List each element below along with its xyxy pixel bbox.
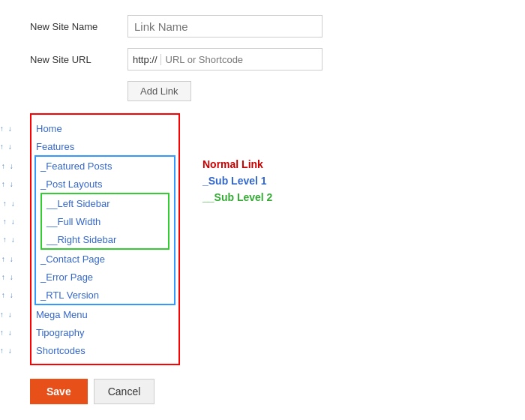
add-link-button[interactable]: Add Link [128,81,191,101]
up-arrow-icon[interactable]: ↑ [0,328,5,338]
legend-normal-link: Normal Link [202,158,272,170]
table-row: Edit Delete ↑ ↓ _Error Page [36,268,174,286]
down-arrow-icon[interactable]: ↓ [10,199,16,208]
menu-list-container: Edit Delete ↑ ↓ Home Edit Delete ↑ ↓ Fea… [30,113,180,365]
down-arrow-icon[interactable]: ↓ [8,254,15,264]
site-name-input[interactable] [128,15,322,38]
site-name-row: New Site Name [30,15,495,38]
table-row: Edit Delete ↑ ↓ Mega Menu [32,305,178,323]
menu-item-error-page[interactable]: _Error Page [36,270,98,284]
up-arrow-icon[interactable]: ↑ [0,142,5,152]
url-prefix: http:// [128,54,161,65]
sub-level-2-box: Edit Delete ↑ ↓ __Left Sidebar Edit Dele… [40,193,170,250]
table-row: Edit Delete ↑ ↓ Shortcodes [32,341,178,359]
cancel-button[interactable]: Cancel [94,379,155,404]
down-arrow-icon[interactable]: ↓ [8,290,15,300]
site-url-label: New Site URL [30,54,128,65]
site-url-row: New Site URL http:// [30,48,495,70]
up-arrow-icon[interactable]: ↑ [2,217,8,226]
down-arrow-icon[interactable]: ↓ [10,235,16,244]
row-actions: Edit Delete ↑ ↓ [0,271,15,283]
menu-item-right-sidebar[interactable]: __Right Sidebar [42,232,121,247]
row-actions: Edit Delete ↑ ↓ [0,233,16,245]
row-actions: Edit Delete ↑ ↓ [0,178,15,190]
menu-item-post-layouts[interactable]: _Post Layouts [36,177,106,191]
up-arrow-icon[interactable]: ↑ [0,346,5,356]
menu-outer-box: Edit Delete ↑ ↓ Home Edit Delete ↑ ↓ Fea… [30,113,180,365]
menu-item-mega-menu[interactable]: Mega Menu [32,308,92,322]
table-row: Edit Delete ↑ ↓ __Left Sidebar [42,194,168,212]
down-arrow-icon[interactable]: ↓ [8,272,15,282]
legend-sub2: __Sub Level 2 [202,191,272,203]
table-row: Edit Delete ↑ ↓ Home [32,119,178,137]
menu-item-shortcodes[interactable]: Shortcodes [32,344,90,358]
down-arrow-icon[interactable]: ↓ [10,217,16,226]
url-input[interactable] [161,54,322,65]
up-arrow-icon[interactable]: ↑ [0,290,7,300]
row-actions: Edit Delete ↑ ↓ [0,289,15,301]
bottom-buttons: Save Cancel [30,379,495,404]
up-arrow-icon[interactable]: ↑ [2,199,8,208]
table-row: Edit Delete ↑ ↓ _RTL Version [36,286,174,304]
up-arrow-icon[interactable]: ↑ [0,161,7,171]
down-arrow-icon[interactable]: ↓ [8,161,15,171]
table-row: Edit Delete ↑ ↓ _Featured Posts [36,157,174,175]
url-wrapper: http:// [128,48,322,70]
save-button[interactable]: Save [30,379,88,404]
sub-level-1-box: Edit Delete ↑ ↓ _Featured Posts Edit Del… [34,155,176,305]
down-arrow-icon[interactable]: ↓ [7,142,14,152]
menu-item-features[interactable]: Features [32,140,79,154]
menu-item-featured-posts[interactable]: _Featured Posts [36,159,116,173]
menu-item-full-width[interactable]: __Full Width [42,214,105,229]
up-arrow-icon[interactable]: ↑ [0,310,5,320]
table-row: Edit Delete ↑ ↓ _Contact Page [36,250,174,268]
row-actions: Edit Delete ↑ ↓ [0,344,14,356]
table-row: Edit Delete ↑ ↓ Features [32,137,178,155]
menu-item-contact-page[interactable]: _Contact Page [36,252,110,266]
down-arrow-icon[interactable]: ↓ [7,310,14,320]
row-actions: Edit Delete ↑ ↓ [0,326,14,338]
site-name-label: New Site Name [30,21,128,32]
up-arrow-icon[interactable]: ↑ [2,235,8,244]
up-arrow-icon[interactable]: ↑ [0,124,5,134]
table-row: Edit Delete ↑ ↓ __Right Sidebar [42,230,168,248]
table-row: Edit Delete ↑ ↓ _Post Layouts [36,175,174,193]
down-arrow-icon[interactable]: ↓ [7,346,14,356]
table-row: Edit Delete ↑ ↓ __Full Width [42,212,168,230]
legend-area: Normal Link _Sub Level 1 __Sub Level 2 [202,113,272,365]
row-actions: Edit Delete ↑ ↓ [0,160,15,172]
up-arrow-icon[interactable]: ↑ [0,272,7,282]
down-arrow-icon[interactable]: ↓ [8,179,15,189]
menu-item-tipography[interactable]: Tipography [32,326,89,340]
row-actions: Edit Delete ↑ ↓ [0,253,15,265]
menu-item-home[interactable]: Home [32,122,67,136]
row-actions: Edit Delete ↑ ↓ [0,140,14,152]
row-actions: Edit Delete ↑ ↓ [0,308,14,320]
row-actions: Edit Delete ↑ ↓ [0,122,14,134]
up-arrow-icon[interactable]: ↑ [0,179,7,189]
menu-item-left-sidebar[interactable]: __Left Sidebar [42,196,115,211]
up-arrow-icon[interactable]: ↑ [0,254,7,264]
main-area: Edit Delete ↑ ↓ Home Edit Delete ↑ ↓ Fea… [30,113,495,365]
table-row: Edit Delete ↑ ↓ Tipography [32,323,178,341]
down-arrow-icon[interactable]: ↓ [7,328,14,338]
down-arrow-icon[interactable]: ↓ [7,124,14,134]
legend-sub1: _Sub Level 1 [202,175,272,187]
row-actions: Edit Delete ↑ ↓ [0,215,16,227]
menu-item-rtl-version[interactable]: _RTL Version [36,288,104,302]
row-actions: Edit Delete ↑ ↓ [0,197,16,209]
